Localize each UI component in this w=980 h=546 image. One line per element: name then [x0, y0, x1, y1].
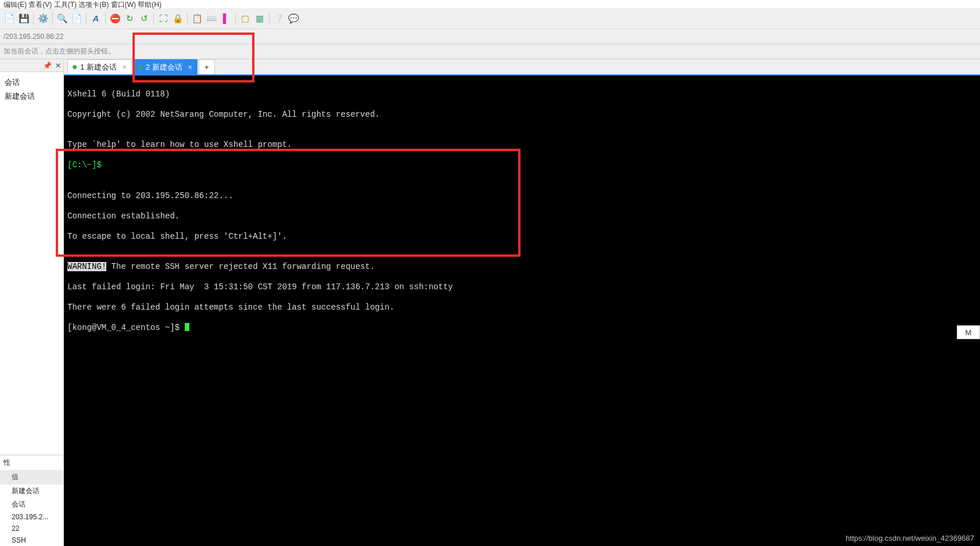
properties-column-header: 值 [0, 470, 63, 484]
terminal-line: Xshell 6 (Build 0118) [67, 89, 977, 100]
ime-label: M [965, 328, 972, 337]
watermark-text: https://blog.csdn.net/weixin_42369687 [846, 534, 974, 543]
terminal-text: The remote SSH server rejected X11 forwa… [106, 262, 375, 271]
font-button[interactable]: A [89, 12, 103, 26]
table-button[interactable]: ▦ [253, 12, 267, 26]
status-dot-icon [73, 65, 77, 69]
reconnect-icon: ↺ [141, 14, 148, 23]
keyboard-icon: ⌨️ [206, 14, 217, 23]
chat-icon: 💬 [288, 14, 299, 23]
doc-button[interactable]: 📄 [70, 12, 84, 26]
clipboard-icon: 📋 [192, 14, 203, 23]
menu-bar[interactable]: 编辑(E) 查看(V) 工具(T) 选项卡(B) 窗口(W) 帮助(H) [0, 0, 980, 8]
lock-button[interactable]: 🔒 [171, 12, 185, 26]
keyboard-button[interactable]: ⌨️ [204, 12, 218, 26]
reconnect-button[interactable]: ↻ [123, 12, 137, 26]
properties-title: 性 [0, 455, 63, 470]
main-toolbar: 📄 💾 ⚙️ 🔍 📄 A ⛔ ↻ ↺ ⛶ 🔒 📋 ⌨️ ▌ ▢ ▦ ❔ 💬 [0, 8, 980, 29]
layout-button[interactable]: ▢ [238, 12, 252, 26]
new-session-button[interactable]: 📄 [2, 12, 16, 26]
property-row: 会话 [0, 498, 63, 511]
settings-button[interactable]: ⚙️ [36, 12, 50, 26]
tab-label: 2 新建会话 [146, 62, 182, 73]
clipboard-button[interactable]: 📋 [190, 12, 204, 26]
tree-item[interactable]: 新建会话 [1, 89, 62, 103]
terminal-view[interactable]: Xshell 6 (Build 0118) Copyright (c) 2002… [64, 76, 980, 546]
help-button[interactable]: ❔ [272, 12, 286, 26]
close-icon[interactable]: ✕ [55, 62, 61, 70]
help-icon: ❔ [274, 14, 285, 23]
save-icon: 💾 [19, 14, 30, 23]
feedback-button[interactable]: 💬 [286, 12, 300, 26]
property-row: 新建会话 [0, 484, 63, 498]
fullscreen-button[interactable]: ⛶ [156, 12, 170, 26]
session-side-panel: 📌 ✕ 会话 新建会话 性 值 新建会话 会话 203.195.2... 22 … [0, 59, 64, 546]
tree-item[interactable]: 会话 [1, 76, 62, 89]
gear-icon: ⚙️ [38, 14, 49, 23]
search-button[interactable]: 🔍 [55, 12, 69, 26]
session-tab-strip: 1 新建会话 × 2 新建会话 × + [64, 59, 980, 76]
fullscreen-icon: ⛶ [159, 14, 168, 23]
terminal-line: Last failed login: Fri May 3 15:31:50 CS… [67, 282, 977, 293]
workspace: 📌 ✕ 会话 新建会话 性 值 新建会话 会话 203.195.2... 22 … [0, 59, 980, 546]
doc-icon: 📄 [71, 14, 82, 23]
terminal-line: To escape to local shell, press 'Ctrl+Al… [67, 232, 977, 242]
address-text: /203.195.250.86:22 [3, 33, 63, 41]
save-button[interactable]: 💾 [17, 12, 31, 26]
terminal-line: Connection established. [67, 211, 977, 222]
ime-indicator[interactable]: M [957, 325, 980, 339]
main-area: 1 新建会话 × 2 新建会话 × + Xshell 6 (Build 0118… [64, 59, 980, 546]
terminal-line: Copyright (c) 2002 NetSarang Computer, I… [67, 110, 977, 120]
stop-icon: ⛔ [110, 14, 121, 23]
shell-prompt: [kong@VM_0_4_centos ~]$ [67, 323, 185, 332]
properties-panel: 性 值 新建会话 会话 203.195.2... 22 SSH [0, 455, 63, 546]
table-icon: ▦ [256, 14, 264, 23]
close-tab-icon[interactable]: × [188, 63, 192, 71]
pin-icon[interactable]: 📌 [43, 62, 52, 70]
reconnect-all-button[interactable]: ↺ [137, 12, 151, 26]
highlight-button[interactable]: ▌ [219, 12, 233, 26]
search-icon: 🔍 [57, 14, 68, 23]
property-row: SSH [0, 534, 63, 546]
close-tab-icon[interactable]: × [123, 63, 127, 71]
new-tab-button[interactable]: + [199, 59, 215, 74]
menu-items[interactable]: 编辑(E) 查看(V) 工具(T) 选项卡(B) 窗口(W) 帮助(H) [3, 1, 161, 9]
terminal-prompt: [C:\~]$ [67, 160, 977, 171]
side-panel-header: 📌 ✕ [0, 59, 63, 72]
hint-bar: 加当前会话，点击左侧的箭头按钮。 [0, 44, 980, 59]
session-tab-2[interactable]: 2 新建会话 × [133, 59, 198, 74]
status-dot-icon [138, 65, 142, 69]
highlight-icon: ▌ [223, 14, 229, 23]
file-icon: 📄 [4, 14, 15, 23]
terminal-line: Type `help' to learn how to use Xshell p… [67, 140, 977, 150]
session-tree[interactable]: 会话 新建会话 [0, 72, 63, 107]
lock-icon: 🔒 [173, 14, 184, 23]
tab-label: 1 新建会话 [80, 62, 117, 73]
cursor-icon [185, 323, 189, 331]
terminal-line: [kong@VM_0_4_centos ~]$ [67, 323, 977, 333]
terminal-line: There were 6 failed login attempts since… [67, 303, 977, 313]
disconnect-button[interactable]: ⛔ [108, 12, 122, 26]
hint-text: 加当前会话，点击左侧的箭头按钮。 [3, 46, 115, 56]
warning-tag: WARNING! [67, 262, 106, 271]
refresh-icon: ↻ [126, 14, 134, 23]
property-row: 22 [0, 523, 63, 534]
terminal-line: WARNING! The remote SSH server rejected … [67, 262, 977, 272]
plus-icon: + [204, 63, 209, 71]
property-row: 203.195.2... [0, 511, 63, 523]
terminal-line: Connecting to 203.195.250.86:22... [67, 191, 977, 202]
address-bar[interactable]: /203.195.250.86:22 [0, 29, 980, 44]
session-tab-1[interactable]: 1 新建会话 × [67, 59, 132, 74]
box-icon: ▢ [241, 14, 249, 23]
font-icon: A [93, 14, 99, 23]
